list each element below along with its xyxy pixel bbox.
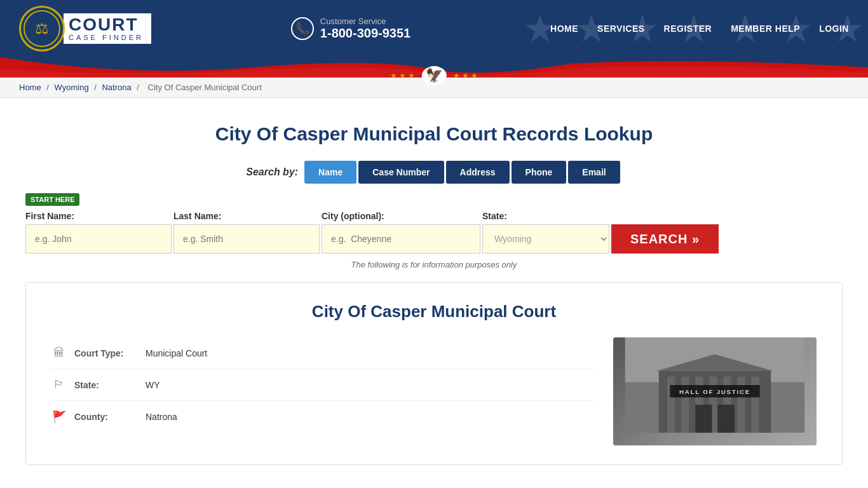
court-info-layout: 🏛 Court Type: Municipal Court 🏳 State: W… bbox=[51, 337, 817, 445]
search-form: First Name: Last Name: City (optional): … bbox=[25, 211, 843, 254]
nav-home[interactable]: HOME bbox=[550, 24, 578, 34]
wave-eagle-bar: ★ ★ ★ 🦅 ★ ★ ★ bbox=[0, 57, 868, 78]
county-value: Natrona bbox=[146, 412, 177, 422]
svg-rect-11 bbox=[695, 405, 712, 433]
nav-member-help[interactable]: MEMBER HELP bbox=[731, 24, 800, 34]
breadcrumb-current: City Of Casper Municipal Court bbox=[148, 83, 262, 92]
logo-court-text: COURT bbox=[69, 16, 144, 34]
county-label: County: bbox=[74, 412, 138, 422]
main-nav: HOME SERVICES REGISTER MEMBER HELP LOGIN bbox=[550, 24, 849, 34]
main-content: City Of Casper Municipal Court Records L… bbox=[0, 98, 868, 478]
tab-name[interactable]: Name bbox=[304, 161, 356, 184]
logo-text-area: COURT CASE FINDER bbox=[64, 13, 151, 44]
info-note: The following is for information purpose… bbox=[25, 260, 843, 269]
logo-area: ⚖ COURT CASE FINDER bbox=[19, 6, 151, 51]
svg-rect-12 bbox=[717, 405, 734, 433]
first-name-input[interactable] bbox=[25, 224, 172, 254]
court-card: City Of Casper Municipal Court 🏛 Court T… bbox=[25, 282, 843, 465]
state-value: WY bbox=[146, 380, 160, 390]
logo-circle-inner: ⚖ bbox=[24, 10, 60, 47]
court-type-row: 🏛 Court Type: Municipal Court bbox=[51, 337, 594, 369]
city-input[interactable] bbox=[322, 224, 480, 254]
state-group: State: Wyoming Alabama Alaska Arizona bbox=[482, 211, 609, 254]
nav-register[interactable]: REGISTER bbox=[664, 24, 712, 34]
search-by-label: Search by: bbox=[246, 166, 298, 178]
court-card-title: City Of Casper Municipal Court bbox=[51, 302, 817, 322]
breadcrumb-natrona[interactable]: Natrona bbox=[102, 83, 131, 92]
state-label: State: bbox=[482, 211, 609, 221]
site-header: ★ ★ ★ ★ ★ ★ ★ ⚖ COURT CASE FINDER 📞 Cust… bbox=[0, 0, 868, 57]
eagle-icon: 🦅 bbox=[422, 66, 447, 85]
court-building-svg: HALL OF JUSTICE bbox=[613, 337, 817, 433]
eagle-stars-row: ★ ★ ★ 🦅 ★ ★ ★ bbox=[390, 66, 478, 85]
logo-circle: ⚖ bbox=[19, 6, 65, 51]
nav-services[interactable]: SERVICES bbox=[597, 24, 645, 34]
state-icon: 🏳 bbox=[51, 378, 67, 391]
search-button[interactable]: SEARCH » bbox=[611, 224, 719, 254]
svg-text:HALL OF JUSTICE: HALL OF JUSTICE bbox=[679, 388, 750, 395]
last-name-group: Last Name: bbox=[173, 211, 320, 254]
cs-phone: 1-800-309-9351 bbox=[320, 26, 410, 41]
breadcrumb-sep-2: / bbox=[94, 83, 98, 92]
court-type-label: Court Type: bbox=[74, 348, 138, 358]
start-here-badge: START HERE bbox=[25, 193, 79, 206]
county-row: 🚩 County: Natrona bbox=[51, 401, 594, 433]
court-details: 🏛 Court Type: Municipal Court 🏳 State: W… bbox=[51, 337, 594, 445]
breadcrumb-sep-3: / bbox=[137, 83, 141, 92]
phone-icon: 📞 bbox=[291, 17, 314, 40]
city-label: City (optional): bbox=[322, 211, 480, 221]
search-by-row: Search by: Name Case Number Address Phon… bbox=[25, 161, 843, 184]
breadcrumb-sep-1: / bbox=[46, 83, 51, 92]
customer-service: 📞 Customer Service 1-800-309-9351 bbox=[291, 17, 410, 41]
state-row: 🏳 State: WY bbox=[51, 369, 594, 401]
court-image-placeholder: HALL OF JUSTICE bbox=[613, 337, 817, 445]
nav-login[interactable]: LOGIN bbox=[819, 24, 849, 34]
tab-address[interactable]: Address bbox=[446, 161, 510, 184]
state-label-card: State: bbox=[74, 380, 138, 390]
logo-case-finder-text: CASE FINDER bbox=[69, 34, 144, 41]
page-title: City Of Casper Municipal Court Records L… bbox=[25, 123, 843, 145]
last-name-input[interactable] bbox=[173, 224, 320, 254]
city-group: City (optional): bbox=[322, 211, 480, 254]
tab-case-number[interactable]: Case Number bbox=[358, 161, 444, 184]
gavel-icon: ⚖ bbox=[35, 20, 49, 37]
stars-right: ★ ★ ★ bbox=[453, 71, 478, 80]
first-name-group: First Name: bbox=[25, 211, 172, 254]
first-name-label: First Name: bbox=[25, 211, 172, 221]
state-select[interactable]: Wyoming Alabama Alaska Arizona bbox=[482, 224, 609, 254]
last-name-label: Last Name: bbox=[173, 211, 320, 221]
breadcrumb-home[interactable]: Home bbox=[19, 83, 41, 92]
tab-email[interactable]: Email bbox=[568, 161, 620, 184]
court-type-icon: 🏛 bbox=[51, 346, 67, 360]
county-icon: 🚩 bbox=[51, 410, 67, 424]
cs-label: Customer Service bbox=[320, 17, 410, 26]
breadcrumb-wyoming[interactable]: Wyoming bbox=[55, 83, 89, 92]
tab-phone[interactable]: Phone bbox=[512, 161, 567, 184]
court-image: HALL OF JUSTICE bbox=[613, 337, 817, 445]
stars-left: ★ ★ ★ bbox=[390, 71, 416, 80]
court-type-value: Municipal Court bbox=[146, 348, 207, 358]
cs-text: Customer Service 1-800-309-9351 bbox=[320, 17, 410, 41]
